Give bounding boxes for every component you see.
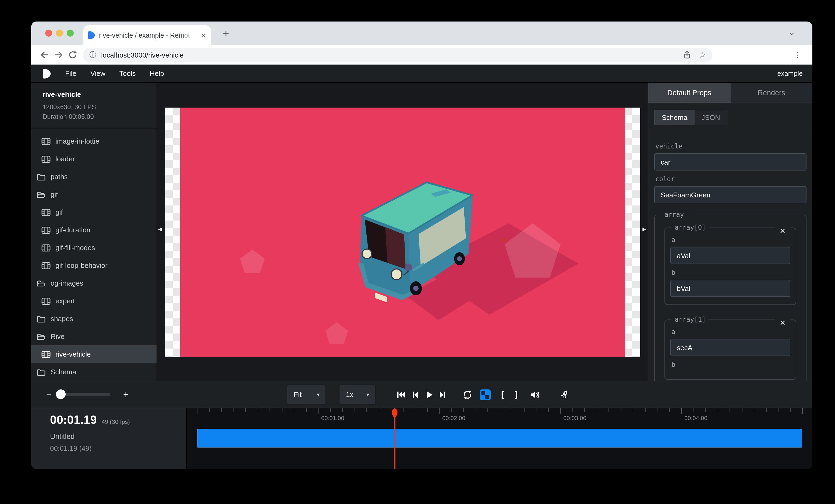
ruler-tick xyxy=(500,408,500,412)
preview-canvas: ◀ ▶ xyxy=(157,83,648,381)
timeline-ruler[interactable]: 00:01.0000:02.0000:03.0000:04.00 xyxy=(187,408,812,469)
composition-preview xyxy=(165,107,640,356)
back-button[interactable] xyxy=(38,48,52,62)
tab-search-chevron-icon[interactable]: ⌄ xyxy=(789,27,795,37)
forward-button[interactable] xyxy=(52,48,66,62)
volume-button[interactable] xyxy=(529,389,542,400)
browser-tab[interactable]: rive-vehicle / example - Remot ✕ xyxy=(83,25,211,45)
previous-frame-button[interactable] xyxy=(409,389,420,400)
zoom-slider[interactable] xyxy=(57,393,110,396)
url-bar[interactable]: ⓘ localhost:3000/rive-vehicle ☆ xyxy=(83,48,712,62)
zoom-out-button[interactable]: − xyxy=(43,389,55,400)
field-input-vehicle[interactable] xyxy=(654,153,807,170)
canvas-size-select[interactable]: Fit ▼ xyxy=(287,384,326,404)
set-out-point-button[interactable]: ] xyxy=(513,389,520,400)
transparency-checkerboard-button[interactable] xyxy=(480,389,491,400)
remotion-logo-icon[interactable] xyxy=(43,68,50,78)
url-text[interactable]: localhost:3000/rive-vehicle xyxy=(101,51,675,59)
tab-renders[interactable]: Renders xyxy=(730,83,812,103)
remove-array-item-icon[interactable]: ✕ xyxy=(775,318,790,328)
zoom-in-button[interactable]: + xyxy=(120,389,132,400)
ruler-label: 00:03.00 xyxy=(563,415,587,421)
tab-default-props[interactable]: Default Props xyxy=(648,83,730,103)
sidebar-item-og-images[interactable]: og-images xyxy=(31,274,157,292)
skip-to-start-button[interactable] xyxy=(395,389,406,400)
sidebar-item-gif-fill-modes[interactable]: gif-fill-modes xyxy=(31,239,157,256)
browser-menu-icon[interactable]: ⋮ xyxy=(789,50,806,60)
sidebar-item-Rive[interactable]: Rive xyxy=(31,328,157,345)
sidebar-item-gif-loop-behavior[interactable]: gif-loop-behavior xyxy=(31,256,157,274)
sidebar-item-expert[interactable]: expert xyxy=(31,292,157,310)
van-illustration xyxy=(180,107,625,356)
sidebar-item-label: gif-fill-modes xyxy=(56,244,95,252)
remove-array-item-icon[interactable]: ✕ xyxy=(775,227,790,236)
bookmark-star-icon[interactable]: ☆ xyxy=(699,50,706,60)
playhead-pin[interactable] xyxy=(392,409,397,419)
folder-icon xyxy=(37,368,46,376)
field-label: color xyxy=(655,175,806,183)
sidebar-item-loader[interactable]: loader xyxy=(31,150,157,168)
remotion-favicon-icon xyxy=(88,31,95,39)
share-icon[interactable] xyxy=(680,48,694,62)
site-info-icon[interactable]: ⓘ xyxy=(89,50,96,60)
ruler-tick xyxy=(717,408,718,412)
next-frame-button[interactable] xyxy=(437,389,448,400)
sidebar-item-gif-duration[interactable]: gif-duration xyxy=(31,221,157,239)
collapse-left-panel-icon[interactable]: ◀ xyxy=(158,225,162,233)
loop-button[interactable] xyxy=(462,389,473,400)
sidebar-item-image-in-lottie[interactable]: image-in-lottie xyxy=(31,132,157,150)
canvas-zoom-control: − + xyxy=(43,381,132,408)
sidebar-item-shapes[interactable]: shapes xyxy=(31,310,157,328)
timeline-track[interactable] xyxy=(197,429,802,447)
tab-close-icon[interactable]: ✕ xyxy=(201,31,206,39)
ruler-tick xyxy=(427,408,427,412)
ruler-tick xyxy=(790,408,791,412)
film-icon xyxy=(41,297,50,305)
new-tab-button[interactable]: + xyxy=(220,27,232,40)
field-input-a[interactable] xyxy=(670,247,790,264)
sidebar-item-label: rive-vehicle xyxy=(56,350,91,358)
reload-button[interactable] xyxy=(66,48,80,62)
zoom-slider-thumb[interactable] xyxy=(56,390,66,399)
menu-tools[interactable]: Tools xyxy=(113,69,143,78)
field-input-a[interactable] xyxy=(670,339,790,356)
menu-help[interactable]: Help xyxy=(143,69,171,78)
ruler-tick xyxy=(645,408,645,412)
playback-speed-select[interactable]: 1x ▼ xyxy=(339,384,375,404)
ruler-tick xyxy=(197,408,198,414)
menu-view[interactable]: View xyxy=(83,69,113,78)
sidebar-item-label: gif xyxy=(56,208,63,216)
traffic-light-close[interactable] xyxy=(45,29,52,37)
field-label: b xyxy=(671,269,789,276)
toggle-schema[interactable]: Schema xyxy=(655,110,694,125)
menu-file[interactable]: File xyxy=(58,69,83,78)
ruler-tick xyxy=(693,408,694,412)
ruler-label: 00:01.00 xyxy=(321,415,344,421)
tab-title: rive-vehicle / example - Remot xyxy=(99,31,196,39)
play-button[interactable] xyxy=(423,389,434,400)
sidebar-item-paths[interactable]: paths xyxy=(31,168,157,186)
ruler-tick xyxy=(258,408,258,412)
toggle-json[interactable]: JSON xyxy=(694,110,727,125)
sidebar-item-gif[interactable]: gif xyxy=(31,186,157,203)
traffic-light-zoom[interactable] xyxy=(67,29,74,37)
sidebar-item-rive-vehicle[interactable]: rive-vehicle xyxy=(31,345,157,363)
traffic-light-minimize[interactable] xyxy=(56,29,63,37)
array-label: array xyxy=(661,211,687,218)
sidebar-item-gif[interactable]: gif xyxy=(31,203,157,221)
browser-window: rive-vehicle / example - Remot ✕ + ⌄ ⓘ l… xyxy=(31,22,812,469)
render-rocket-button[interactable] xyxy=(559,389,570,400)
set-in-point-button[interactable]: [ xyxy=(499,389,506,400)
collapse-right-panel-icon[interactable]: ▶ xyxy=(643,225,646,233)
field-input-color[interactable] xyxy=(654,186,807,203)
field-label: vehicle xyxy=(655,143,806,150)
ruler-tick xyxy=(209,408,209,412)
sidebar-item-label: gif xyxy=(50,190,58,198)
sidebar-item-Schema[interactable]: Schema xyxy=(31,363,157,381)
field-input-b[interactable] xyxy=(670,280,790,297)
sidebar-item-label: Schema xyxy=(50,368,76,376)
browser-tab-strip: rive-vehicle / example - Remot ✕ + ⌄ xyxy=(31,22,812,45)
ruler-tick xyxy=(463,408,464,412)
sidebar-item-label: image-in-lottie xyxy=(56,137,99,145)
folder-open-icon xyxy=(37,191,46,198)
